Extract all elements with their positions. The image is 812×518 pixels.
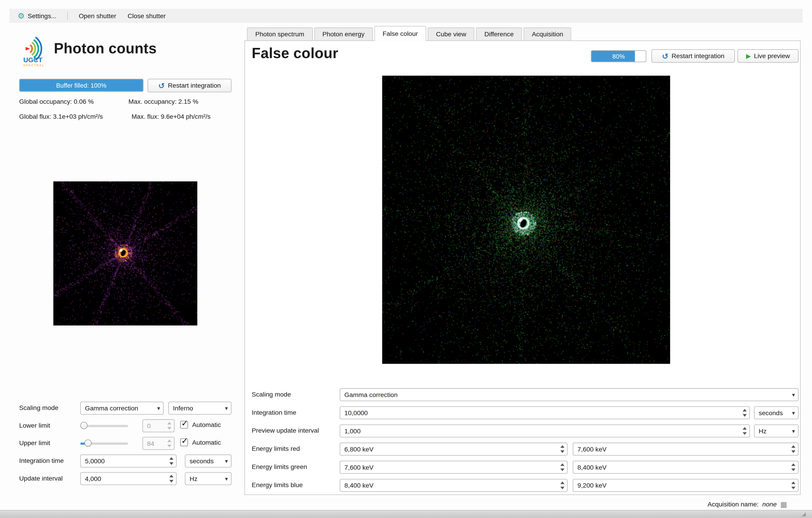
- update-interval-input[interactable]: [81, 472, 167, 485]
- menu-open-shutter[interactable]: Open shutter: [74, 10, 121, 22]
- colormap-select[interactable]: Inferno ▾: [168, 402, 232, 414]
- energy-red-low-input[interactable]: [340, 443, 558, 455]
- checkbox-box: ✓: [180, 439, 188, 446]
- spin-down-button[interactable]: [167, 479, 176, 484]
- integration-time-unit-select[interactable]: seconds ▾: [185, 455, 231, 467]
- tab-acquisition[interactable]: Acquisition: [523, 27, 571, 40]
- spin-down-button[interactable]: [741, 413, 749, 418]
- menubar: ⚙ Settings... Open shutter Close shutter: [9, 9, 803, 23]
- spin-up-button[interactable]: [558, 480, 567, 485]
- preview-update-interval-spinbox[interactable]: [340, 425, 750, 437]
- update-interval-spinbox[interactable]: [80, 472, 177, 485]
- spin-down-button[interactable]: [789, 449, 798, 455]
- spin-up-icon: [791, 482, 795, 484]
- spin-up-button[interactable]: [789, 443, 798, 449]
- energy-blue-low-input[interactable]: [340, 480, 558, 491]
- preview-update-interval-unit-select[interactable]: Hz ▾: [754, 425, 799, 437]
- spin-down-button[interactable]: [558, 467, 567, 472]
- spin-down-button[interactable]: [789, 485, 798, 491]
- spin-buttons[interactable]: [167, 456, 176, 466]
- menu-settings[interactable]: ⚙ Settings...: [12, 10, 62, 22]
- spin-buttons[interactable]: [741, 426, 749, 437]
- energy-red-high-input[interactable]: [573, 443, 789, 455]
- integration-time-unit-select[interactable]: seconds ▾: [754, 406, 799, 419]
- logo-subtitle: SPECTRAL: [23, 63, 45, 67]
- spin-up-button[interactable]: [558, 443, 567, 449]
- live-preview-button[interactable]: ▶ Live preview: [737, 49, 799, 63]
- spin-buttons[interactable]: [558, 480, 567, 491]
- integration-time-input[interactable]: [340, 407, 741, 419]
- spin-up-button[interactable]: [167, 456, 176, 461]
- panel-title: Photon counts: [54, 40, 156, 57]
- resize-grip-icon[interactable]: ◢: [802, 512, 806, 517]
- lower-limit-automatic-checkbox[interactable]: ✓ Automatic: [180, 421, 221, 429]
- spin-buttons[interactable]: [789, 462, 798, 472]
- spin-down-icon: [743, 432, 747, 435]
- spin-down-button[interactable]: [165, 443, 174, 449]
- spin-up-button[interactable]: [789, 480, 798, 485]
- spin-up-button[interactable]: [165, 420, 174, 426]
- upper-limit-automatic-checkbox[interactable]: ✓ Automatic: [180, 439, 221, 446]
- menu-close-shutter[interactable]: Close shutter: [122, 10, 171, 22]
- spin-buttons[interactable]: [558, 443, 567, 455]
- dropdown-arrow-icon: ▾: [157, 405, 160, 411]
- spin-buttons[interactable]: [789, 443, 798, 455]
- energy-blue-high-spinbox[interactable]: [573, 479, 799, 492]
- spin-down-button[interactable]: [167, 461, 176, 466]
- tab-difference[interactable]: Difference: [476, 27, 522, 40]
- energy-green-high-input[interactable]: [573, 461, 789, 473]
- energy-red-low-spinbox[interactable]: [340, 443, 568, 456]
- energy-blue-low-spinbox[interactable]: [340, 479, 568, 492]
- spin-down-button[interactable]: [558, 485, 567, 491]
- spin-buttons[interactable]: [558, 462, 567, 472]
- upper-limit-slider[interactable]: [80, 437, 128, 450]
- tab-photon-spectrum[interactable]: Photon spectrum: [247, 27, 313, 40]
- spin-up-button[interactable]: [165, 438, 174, 443]
- integration-time-label: Integration time: [252, 409, 296, 416]
- tab-false-colour[interactable]: False colour: [374, 26, 426, 40]
- scaling-mode-value: Gamma correction: [344, 391, 398, 399]
- spin-up-button[interactable]: [741, 407, 749, 413]
- integration-time-spinbox[interactable]: [340, 406, 750, 419]
- spin-buttons[interactable]: [165, 420, 174, 431]
- spin-down-button[interactable]: [741, 431, 749, 436]
- spin-buttons[interactable]: [741, 407, 749, 418]
- update-interval-unit-select[interactable]: Hz ▾: [185, 472, 231, 485]
- preview-update-interval-label: Preview update interval: [252, 427, 319, 434]
- spin-up-icon: [743, 409, 747, 411]
- spin-up-icon: [743, 427, 747, 430]
- tab-cube-view[interactable]: Cube view: [428, 27, 474, 40]
- spin-up-button[interactable]: [741, 426, 749, 431]
- spin-buttons[interactable]: [167, 473, 176, 484]
- preview-update-interval-input[interactable]: [340, 425, 741, 437]
- slider-handle[interactable]: [80, 422, 88, 429]
- energy-blue-high-input[interactable]: [573, 480, 789, 491]
- spin-down-button[interactable]: [558, 449, 567, 455]
- scaling-mode-select[interactable]: Gamma correction ▾: [340, 388, 799, 401]
- acquisition-table-icon[interactable]: ▦: [780, 501, 787, 508]
- energy-green-high-spinbox[interactable]: [573, 461, 799, 474]
- tab-photon-energy[interactable]: Photon energy: [314, 27, 373, 40]
- restart-integration-button[interactable]: ↺ Restart integration: [148, 79, 232, 92]
- energy-green-low-input[interactable]: [340, 461, 558, 473]
- logo-arc-orange: [30, 45, 32, 53]
- restart-integration-button[interactable]: ↺ Restart integration: [651, 49, 735, 63]
- spin-up-button[interactable]: [167, 473, 176, 479]
- spin-down-icon: [169, 480, 174, 483]
- spin-down-button[interactable]: [789, 467, 798, 472]
- scaling-mode-row: Scaling mode Gamma correction ▾: [252, 388, 799, 401]
- lower-limit-slider[interactable]: [80, 419, 128, 432]
- spin-down-button[interactable]: [165, 426, 174, 431]
- integration-time-input[interactable]: [81, 455, 167, 467]
- spin-up-button[interactable]: [558, 462, 567, 467]
- slider-handle[interactable]: [84, 439, 92, 447]
- energy-green-low-spinbox[interactable]: [340, 461, 568, 474]
- buffer-progress-label: Buffer filled: 100%: [20, 79, 143, 91]
- integration-time-row: Integration time seconds ▾: [252, 406, 799, 419]
- energy-red-high-spinbox[interactable]: [573, 443, 799, 456]
- spin-up-button[interactable]: [789, 462, 798, 467]
- integration-time-spinbox[interactable]: [80, 455, 177, 467]
- spin-buttons[interactable]: [165, 438, 174, 449]
- scaling-mode-select[interactable]: Gamma correction ▾: [80, 402, 164, 414]
- spin-buttons[interactable]: [789, 480, 798, 491]
